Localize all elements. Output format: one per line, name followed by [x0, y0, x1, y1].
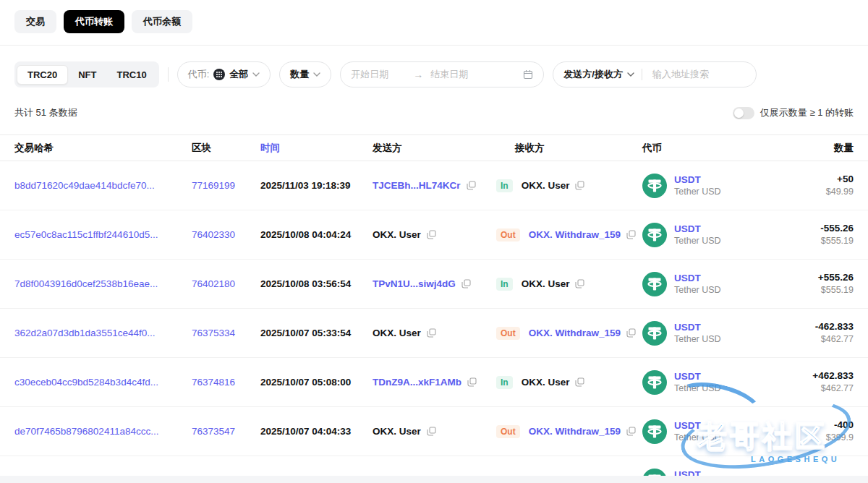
usdt-token-icon [642, 272, 667, 296]
min-amount-toggle[interactable] [733, 107, 754, 119]
table-row: 7d8f0043916d0cef2538b16eae... 76402180 2… [0, 260, 868, 309]
direction-badge: Out [496, 228, 520, 241]
segment-trc20[interactable]: TRC20 [17, 65, 68, 85]
direction-badge: In [496, 179, 513, 192]
tab-token-balance[interactable]: 代币余额 [132, 10, 192, 33]
token-symbol-link[interactable]: USDT [674, 223, 721, 236]
copy-icon[interactable] [461, 279, 471, 288]
page-tabs: 交易 代币转账 代币余额 [0, 0, 868, 33]
tx-hash-link[interactable]: b8dd71620c49dae414bdcfe70... [14, 180, 155, 191]
tx-hash-link[interactable]: 7d8f0043916d0cef2538b16eae... [14, 278, 158, 289]
all-tokens-icon [213, 69, 225, 80]
usdt-token-icon [642, 174, 667, 198]
direction-badge: In [496, 376, 513, 389]
header-time-sort[interactable]: 时间 [260, 142, 373, 155]
token-symbol-link[interactable]: USDT [674, 370, 721, 383]
tx-hash-link[interactable]: de70f7465b8796802411a84ccc... [14, 426, 158, 437]
block-link[interactable]: 77169199 [192, 180, 235, 191]
tx-hash-link[interactable]: 362d2a07d3db1da3551ce44f0... [14, 328, 155, 338]
date-range-picker[interactable]: 开始日期 → 结束日期 [340, 61, 544, 87]
amount-value: -555.26 [820, 222, 854, 235]
block-link[interactable]: 76373547 [192, 426, 235, 437]
copy-icon[interactable] [626, 427, 636, 436]
direction-badge: In [496, 278, 513, 291]
direction-badge: Out [496, 327, 520, 340]
amount-usd: $49.99 [826, 186, 854, 198]
amount-usd: $462.77 [821, 333, 854, 346]
usdt-token-icon [642, 370, 667, 395]
copy-icon[interactable] [575, 377, 584, 387]
copy-icon[interactable] [467, 181, 476, 190]
segment-trc10[interactable]: TRC10 [106, 66, 156, 84]
divider [0, 45, 868, 46]
table-row: b8dd71620c49dae414bdcfe70... 77169199 20… [0, 161, 868, 210]
sender-address[interactable]: OKX. User [373, 229, 421, 240]
tx-hash-link[interactable]: ec57e0c8ac115c1ffbf244610d5... [14, 229, 158, 240]
block-link[interactable]: 76402180 [192, 278, 235, 289]
tab-transactions[interactable]: 交易 [14, 10, 56, 33]
sender-address[interactable]: OKX. User [373, 426, 421, 437]
tx-time: 2025/10/08 04:04:24 [260, 229, 373, 240]
block-link[interactable]: 76375334 [192, 328, 235, 338]
token-name: Tether USD [674, 284, 721, 296]
token-symbol-link[interactable]: USDT [674, 419, 721, 432]
amount-value: -400 [834, 419, 854, 432]
tx-hash-link[interactable]: c30eceb04cc9bd5284b3d4c4fd... [14, 377, 158, 388]
copy-icon[interactable] [575, 279, 584, 288]
header-amount: 数量 [794, 142, 854, 155]
block-link[interactable]: 76402330 [192, 229, 235, 240]
receiver-address[interactable]: OKX. User [522, 377, 570, 388]
table-row: de70f7465b8796802411a84ccc... 76373547 2… [0, 407, 868, 456]
amount-usd: $555.19 [821, 235, 854, 247]
token-name: Tether USD [674, 333, 721, 345]
party-filter-dropdown[interactable]: 发送方/接收方 [563, 68, 623, 81]
token-name: Tether USD [674, 432, 721, 443]
table-row: ec57e0c8ac115c1ffbf244610d5... 76402330 … [0, 210, 868, 260]
header-token: 代币 [642, 142, 794, 155]
bottom-edge-strip [0, 476, 868, 483]
address-search-group: 发送方/接收方 输入地址搜索 [553, 61, 757, 87]
token-symbol-link[interactable]: USDT [674, 321, 721, 334]
copy-icon[interactable] [575, 181, 584, 190]
divider [168, 67, 169, 82]
usdt-token-icon [642, 321, 667, 346]
receiver-address[interactable]: OKX. Withdraw_159 [529, 229, 621, 240]
receiver-address[interactable]: OKX. Withdraw_159 [529, 426, 621, 437]
direction-badge: Out [496, 425, 520, 438]
toggle-label: 仅展示数量 ≥ 1 的转账 [760, 106, 854, 119]
receiver-address[interactable]: OKX. Withdraw_159 [529, 328, 621, 338]
copy-icon[interactable] [626, 328, 636, 338]
copy-icon[interactable] [467, 377, 477, 387]
receiver-address[interactable]: OKX. User [522, 180, 570, 191]
segment-nft[interactable]: NFT [68, 66, 106, 84]
filter-bar: TRC20 NFT TRC10 代币: 全部 数量 开始日期 → 结束日期 发送… [14, 61, 854, 88]
copy-icon[interactable] [427, 230, 436, 239]
table-row: 362d2a07d3db1da3551ce44f0... 76375334 20… [0, 309, 868, 358]
tx-time: 2025/10/07 05:33:54 [260, 328, 373, 338]
token-name: Tether USD [674, 186, 721, 197]
amount-filter-dropdown[interactable]: 数量 [279, 61, 331, 87]
chevron-down-icon[interactable] [627, 72, 634, 77]
sender-address[interactable]: TPvN1U...siwj4dG [373, 278, 456, 289]
block-link[interactable]: 76374816 [192, 377, 235, 388]
token-filter-value: 全部 [229, 68, 248, 81]
token-symbol-link[interactable]: USDT [674, 174, 721, 187]
copy-icon[interactable] [427, 328, 436, 338]
sender-address[interactable]: OKX. User [373, 328, 421, 338]
sender-address[interactable]: TDnZ9A...xkF1AMb [373, 377, 461, 388]
tab-token-transfers[interactable]: 代币转账 [64, 10, 124, 33]
amount-usd: $462.77 [821, 382, 854, 395]
address-search-input[interactable]: 输入地址搜索 [652, 68, 709, 81]
sender-address[interactable]: TJCEBh...HL74KCr [373, 180, 461, 191]
token-filter-dropdown[interactable]: 代币: 全部 [177, 61, 271, 87]
arrow-right-icon: → [413, 69, 423, 80]
table-body: b8dd71620c49dae414bdcfe70... 77169199 20… [0, 161, 868, 483]
chevron-down-icon [252, 72, 260, 77]
token-symbol-link[interactable]: USDT [674, 272, 721, 285]
token-name: Tether USD [674, 382, 721, 394]
receiver-address[interactable]: OKX. User [522, 278, 570, 289]
copy-icon[interactable] [427, 427, 436, 436]
header-receiver: 接收方 [496, 142, 642, 155]
copy-icon[interactable] [626, 230, 636, 239]
record-count: 共计 51 条数据 [14, 106, 77, 119]
